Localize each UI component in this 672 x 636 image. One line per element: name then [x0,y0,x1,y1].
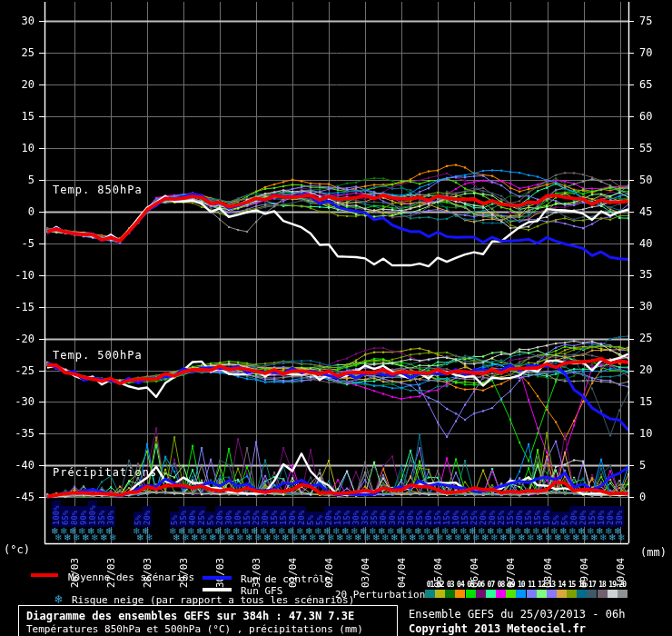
right-axis-unit-label: (mm) [640,546,667,559]
control-line-label: Run de contrôle [241,573,331,585]
x-axis-date-tick: 03/04 [361,546,371,588]
perturbation-number: 01 [425,581,435,589]
right-axis-tick: 75 [639,15,652,26]
perturbation-number: 02 [435,581,445,589]
perturbation-color [557,590,567,598]
gefs-ensemble-diagram: 302520151050-5-10-15-20-25-30-35-40-45 7… [0,0,672,636]
left-axis-tick: -10 [4,270,35,281]
perturbation-swatch: 20 [618,581,628,598]
x-axis-date-tick: 30/03 [215,546,225,588]
perturbation-number: 10 [516,581,526,589]
perturbation-color [516,590,526,598]
perturbation-number: 15 [567,581,577,589]
left-axis-tick: -15 [4,302,35,313]
ensemble-plot-canvas [0,0,672,636]
perturbation-color [618,590,628,598]
left-axis-tick: 15 [4,111,35,122]
precip-panel-label: Précipitations [53,466,157,479]
perturbation-color [466,590,476,598]
right-axis-tick: 20 [639,364,652,375]
perturbation-swatch: 19 [608,581,618,598]
perturbation-color [608,590,618,598]
right-axis-tick: 40 [639,238,652,249]
mean-line-swatch [31,573,58,577]
temp850-panel-label: Temp. 850hPa [53,184,143,196]
copyright: Copyright 2013 Meteociel.fr [409,622,586,635]
left-axis-tick: -45 [4,492,35,502]
left-axis-tick: 0 [4,206,35,217]
left-axis-tick: -30 [4,396,35,407]
left-axis-tick: 20 [4,79,35,90]
perturbation-swatch: 08 [496,581,506,598]
perturbation-color [476,590,486,598]
right-axis-tick: 65 [639,79,652,90]
perturbation-swatch: 18 [598,581,608,598]
perturbation-number: 12 [537,581,547,589]
left-axis-tick: -20 [4,333,35,344]
snowflake-icon: ❄ [54,592,62,605]
right-axis-tick: 55 [639,143,652,154]
left-axis-tick: 10 [4,143,35,154]
perturbation-color [455,590,465,598]
right-axis-tick: 0 [639,492,646,502]
left-axis-tick: -40 [4,460,35,471]
x-axis-date-tick: 04/04 [397,546,407,588]
left-axis-tick: 25 [4,47,35,58]
perturbation-swatch: 02 [435,581,445,598]
perturbation-swatch: 09 [506,581,516,598]
perturbation-number: 08 [496,581,506,589]
perturbation-number: 16 [577,581,587,589]
perturbation-swatch: 06 [476,581,486,598]
perturbation-swatch: 13 [547,581,557,598]
perturbation-color [577,590,587,598]
diagram-subtitle: Températures 850hPa et 500hPa (°C) , pré… [26,623,363,635]
perturbation-color [598,590,608,598]
perturbation-color [496,590,506,598]
right-axis-tick: 15 [639,396,652,407]
left-axis-tick: 30 [4,15,35,26]
perturbation-number: 17 [587,581,597,589]
run-info: Ensemble GEFS du 25/03/2013 - 06h [409,608,625,621]
perturbation-swatch: 14 [557,581,567,598]
perturbation-number: 18 [598,581,608,589]
perturbation-color [506,590,516,598]
perturbation-number: 14 [557,581,567,589]
left-axis-tick: 5 [4,174,35,185]
perturbation-color [486,590,496,598]
control-line-swatch [203,576,232,580]
right-axis-tick: 30 [639,301,652,312]
perturbation-number: 13 [547,581,557,589]
perturbation-color [445,590,455,598]
perturbation-number: 04 [455,581,465,589]
perturbation-color [435,590,445,598]
right-axis-tick: 5 [639,460,646,471]
perturbation-number: 05 [466,581,476,589]
gfs-line-swatch [203,588,232,591]
perturbation-color [527,590,537,598]
perturbation-swatch: 12 [537,581,547,598]
perturbation-color [567,590,577,598]
perturbation-number: 07 [486,581,496,589]
perturbation-number: 03 [445,581,455,589]
mean-line-label: Moyenne des scénarios [68,571,194,583]
perturbation-swatch: 04 [455,581,465,598]
perturbation-swatch: 16 [577,581,587,598]
perturbation-swatch: 03 [445,581,455,598]
perturbation-swatch: 15 [567,581,577,598]
right-axis-tick: 50 [639,174,652,185]
right-axis-tick: 60 [639,111,652,122]
right-axis-tick: 35 [639,269,652,280]
right-axis-tick: 70 [639,47,652,58]
perturbation-number: 20 [618,581,628,589]
diagram-title: Diagramme des ensembles GEFS sur 384h : … [26,610,354,622]
perturbation-swatch: 07 [486,581,496,598]
left-axis-unit-label: (°c) [4,543,30,556]
perturbation-color [537,590,547,598]
footer-info-box: Diagramme des ensembles GEFS sur 384h : … [18,605,398,636]
left-axis-tick: -5 [4,238,35,249]
perturbation-swatch: 05 [466,581,476,598]
right-axis-tick: 45 [639,206,652,217]
perturbations-label: 20 Perturbations [335,589,431,601]
left-axis-tick: -35 [4,428,35,439]
right-axis-tick: 10 [639,428,652,439]
